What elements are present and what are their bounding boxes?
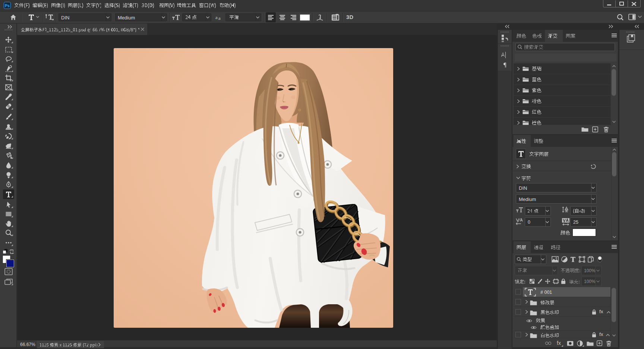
svg-text:a: a bbox=[218, 15, 221, 20]
svg-text:a: a bbox=[215, 15, 218, 20]
